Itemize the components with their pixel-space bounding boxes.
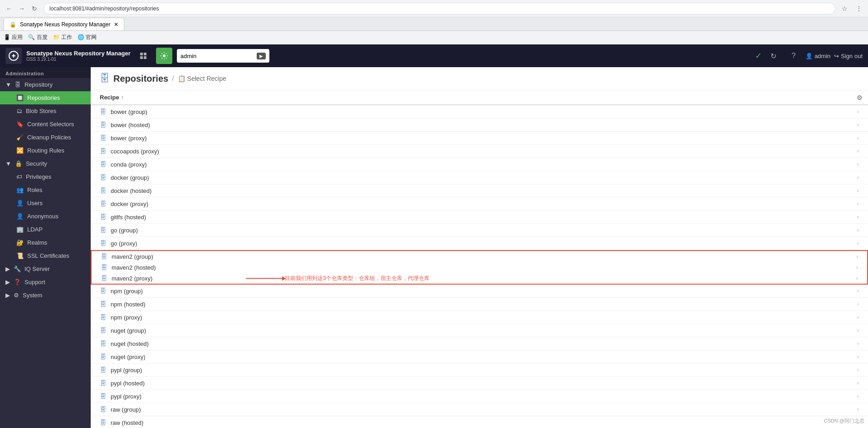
page-title: Repositories <box>113 74 168 84</box>
signout-button[interactable]: ↪ Sign out <box>834 53 863 59</box>
table-row[interactable]: 🗄 bower (hosted) › <box>91 118 868 132</box>
sidebar-item-realms[interactable]: 🔐 Realms <box>0 236 91 249</box>
table-row[interactable]: 🗄 maven2 (proxy) › 目前我们用到这3个仓库类型：仓库组，宿主仓… <box>91 273 868 285</box>
sidebar-item-roles[interactable]: 👥 Roles <box>0 183 91 197</box>
sidebar-item-content-selectors[interactable]: 🔖 Content Selectors <box>0 118 91 131</box>
sidebar-group-support[interactable]: ▶ ❓ Support <box>0 275 91 289</box>
recipe-name: npm (group) <box>111 288 857 295</box>
sidebar-item-ssl-certificates[interactable]: 📜 SSL Certificates <box>0 249 91 262</box>
sidebar-realms-label: Realms <box>27 239 47 246</box>
sidebar-item-users[interactable]: 👤 Users <box>0 197 91 210</box>
recipe-name: npm (hosted) <box>111 301 857 308</box>
table-row[interactable]: 🗄 nuget (group) › <box>91 324 868 337</box>
recipe-name: nuget (proxy) <box>111 354 857 360</box>
sidebar-group-system[interactable]: ▶ ⚙ System <box>0 289 91 302</box>
table-row[interactable]: 🗄 nuget (proxy) › <box>91 350 868 364</box>
table-row[interactable]: 🗄 bower (proxy) › <box>91 132 868 145</box>
user-menu-btn[interactable]: 👤 admin <box>805 53 830 59</box>
bookmark-bar: 📱 应用 🔍 百度 📁 工作 🌐 官网 <box>0 31 868 44</box>
watermark: CSDN @阿门之恋 <box>824 418 864 424</box>
active-tab[interactable]: 🔒 Sonatype Nexus Repository Manager ✕ <box>4 18 124 30</box>
sidebar-item-anonymous[interactable]: 👤 Anonymous <box>0 210 91 223</box>
support-icon: ❓ <box>14 279 21 285</box>
table-row[interactable]: 🗄 gitlfs (hosted) › <box>91 211 868 224</box>
table-row[interactable]: 🗄 maven2 (hosted) › <box>91 262 868 273</box>
table-row[interactable]: 🗄 docker (group) › <box>91 171 868 184</box>
recipe-name: cocoapods (proxy) <box>111 148 857 155</box>
row-chevron-icon: › <box>857 314 859 320</box>
table-row[interactable]: 🗄 pypl (group) › <box>91 364 868 377</box>
help-icon-btn[interactable]: ? <box>785 48 802 64</box>
search-container: ▶ <box>177 49 269 63</box>
table-row[interactable]: 🗄 conda (proxy) › <box>91 158 868 171</box>
sidebar-item-privileges[interactable]: 🏷 Privileges <box>0 170 91 183</box>
admin-icon-btn[interactable] <box>156 48 172 64</box>
recipe-icon: 🗄 <box>100 393 106 400</box>
row-chevron-icon: › <box>857 227 859 233</box>
table-row[interactable]: 🗄 docker (proxy) › <box>91 197 868 211</box>
reload-button[interactable]: ↻ <box>29 3 40 14</box>
user-label: admin <box>814 53 830 59</box>
row-chevron-icon: › <box>857 367 859 373</box>
back-button[interactable]: ← <box>4 3 15 14</box>
table-row[interactable]: 🗄 bower (group) › <box>91 105 868 118</box>
forward-button[interactable]: → <box>16 3 27 14</box>
bookmark-work[interactable]: 📁 工作 <box>53 34 72 41</box>
tab-close-icon[interactable]: ✕ <box>114 21 118 28</box>
sort-asc-icon[interactable]: ↑ <box>121 94 124 101</box>
row-chevron-icon: › <box>856 275 858 281</box>
sidebar-item-blob-stores[interactable]: 🗂 Blob Stores <box>0 104 91 118</box>
bookmark-apps[interactable]: 📱 应用 <box>4 34 23 41</box>
sidebar-group-security[interactable]: ▼ 🔒 Security <box>0 157 91 170</box>
address-bar[interactable]: localhost:8081/#admin/repository/reposit… <box>44 3 835 15</box>
filter-button[interactable]: ⚙ <box>857 94 863 101</box>
recipe-icon: 🗄 <box>100 187 106 194</box>
bookmark-official[interactable]: 🌐 官网 <box>78 34 97 41</box>
search-toggle[interactable]: ▶ <box>257 53 266 59</box>
table-row[interactable]: 🗄 pypl (proxy) › <box>91 390 868 403</box>
bookmark-baidu[interactable]: 🔍 百度 <box>28 34 47 41</box>
recipe-name: conda (proxy) <box>111 161 857 168</box>
extensions-button[interactable]: ⋮ <box>853 3 864 14</box>
table-row[interactable]: 🗄 go (proxy) › <box>91 237 868 250</box>
sidebar-repositories-label: Repositories <box>27 94 60 101</box>
table-row[interactable]: 🗄 npm (group) › <box>91 285 868 298</box>
row-chevron-icon: › <box>857 108 859 115</box>
table-row[interactable]: 🗄 docker (hosted) › <box>91 184 868 197</box>
browse-icon-btn[interactable] <box>135 48 151 64</box>
table-row[interactable]: 🗄 raw (hosted) › <box>91 416 868 428</box>
page-icon: 🗄 <box>100 73 110 84</box>
sidebar-item-ldap[interactable]: 🏢 LDAP <box>0 223 91 236</box>
sidebar-item-cleanup-policies[interactable]: 🧹 Cleanup Policies <box>0 131 91 144</box>
sidebar-group-repository[interactable]: ▼ 🗄 Repository <box>0 78 91 91</box>
row-chevron-icon: › <box>857 288 859 294</box>
svg-point-5 <box>163 54 166 57</box>
refresh-icon-btn[interactable]: ↻ <box>766 48 782 64</box>
table-row[interactable]: 🗄 npm (proxy) › <box>91 311 868 324</box>
sidebar-roles-label: Roles <box>27 187 42 193</box>
table-row[interactable]: 🗄 npm (hosted) › <box>91 298 868 311</box>
recipe-name: docker (proxy) <box>111 201 857 207</box>
sidebar-group-iq-server[interactable]: ▶ 🔧 IQ Server <box>0 262 91 275</box>
cleanup-policies-icon: 🧹 <box>16 134 24 141</box>
sidebar-item-routing-rules[interactable]: 🔀 Routing Rules <box>0 144 91 157</box>
search-input[interactable] <box>180 53 257 59</box>
table-row[interactable]: 🗄 cocoapods (proxy) › <box>91 145 868 158</box>
table-row[interactable]: 🗄 nuget (hosted) › <box>91 337 868 350</box>
table-row[interactable]: 🗄 maven2 (group) › <box>91 250 868 262</box>
svg-rect-1 <box>140 53 143 55</box>
table-row[interactable]: 🗄 pypl (hosted) › <box>91 377 868 390</box>
recipe-icon: 🗄 <box>100 226 106 234</box>
recipes-list: 🗄 bower (group) › 🗄 bower (hosted) › 🗄 b… <box>91 105 868 428</box>
row-chevron-icon: › <box>857 148 859 154</box>
brand-logo <box>5 48 22 64</box>
chevron-down-icon: ▼ <box>5 81 11 88</box>
sidebar-blob-stores-label: Blob Stores <box>26 108 56 114</box>
content-area: 🗄 Repositories / 📋 Select Recipe Recipe … <box>91 67 868 428</box>
bookmark-button[interactable]: ☆ <box>839 3 850 14</box>
sidebar-item-repositories[interactable]: 🔲 Repositories <box>0 91 91 104</box>
table-row[interactable]: 🗄 go (group) › <box>91 224 868 237</box>
table-row[interactable]: 🗄 raw (group) › <box>91 403 868 416</box>
recipe-table: Recipe ↑ ⚙ 🗄 bower (group) › 🗄 bower (ho… <box>91 90 868 428</box>
browser-chrome: ← → ↻ localhost:8081/#admin/repository/r… <box>0 0 868 17</box>
